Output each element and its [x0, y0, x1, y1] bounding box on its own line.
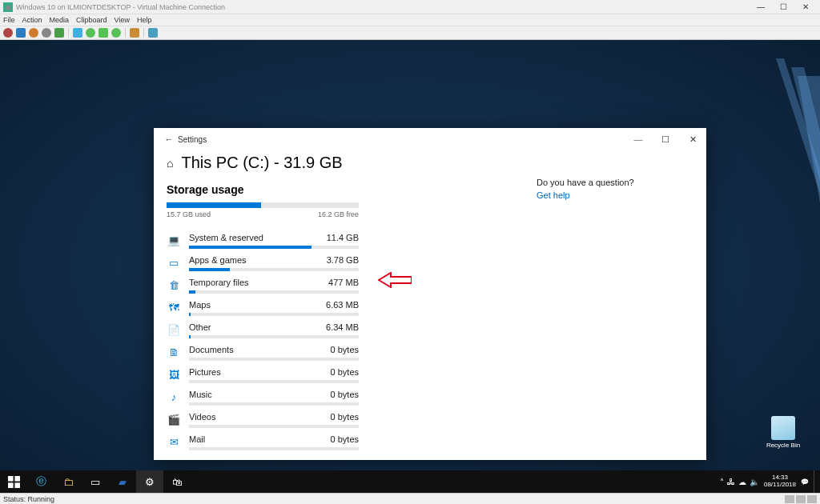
category-name: Temporary files [189, 278, 249, 287]
host-statusbar: Status: Running [0, 493, 820, 504]
home-icon[interactable]: ⌂ [167, 157, 173, 170]
category-name: Apps & games [189, 255, 247, 265]
category-icon: ✉ [167, 434, 181, 449]
file-explorer-icon[interactable]: 🗀 [54, 470, 82, 493]
storage-category-documents[interactable]: 🗎Documents0 bytes [167, 340, 359, 362]
category-name: Mail [189, 434, 205, 444]
menu-clipboard[interactable]: Clipboard [76, 16, 107, 24]
settings-taskbar-icon[interactable]: ⚙ [136, 470, 163, 493]
tb-shutdown-icon[interactable] [42, 28, 51, 38]
category-icon: 💻 [167, 233, 181, 247]
total-usage-bar [167, 202, 359, 208]
terminal-icon[interactable]: ▭ [82, 470, 109, 493]
storage-category-maps[interactable]: 🗺Maps6.63 MB [167, 295, 359, 318]
tb-caltdel-icon[interactable] [3, 28, 13, 38]
storage-category-list: 💻System & reserved11.4 GB▭Apps & games3.… [167, 228, 359, 452]
total-free-label: 16.2 GB free [318, 210, 359, 218]
storage-category-pictures[interactable]: 🖼Pictures0 bytes [167, 362, 359, 385]
category-size: 3.78 GB [327, 255, 359, 265]
tb-share-icon[interactable] [148, 28, 158, 38]
tb-save-icon[interactable] [54, 28, 64, 38]
recycle-bin-icon [771, 416, 795, 440]
svg-rect-1 [14, 476, 20, 482]
category-bar [189, 290, 359, 294]
settings-window-title: Settings [178, 135, 207, 144]
host-close-button[interactable]: ✕ [794, 2, 817, 11]
guest-desktop: Recycle Bin ← Settings — ☐ ✕ ⌂ This PC (… [0, 40, 820, 493]
settings-titlebar[interactable]: ← Settings — ☐ ✕ [154, 128, 706, 150]
storage-category-videos[interactable]: 🎬Videos0 bytes [167, 407, 359, 430]
svg-rect-3 [14, 482, 20, 488]
category-icon: ♪ [167, 390, 181, 404]
host-title: Windows 10 on ILMIONTDESKTOP - Virtual M… [16, 3, 225, 11]
storage-category-music[interactable]: ♪Music0 bytes [167, 385, 359, 407]
tray-volume-icon[interactable]: 🔈 [750, 478, 759, 486]
storage-category-system-reserved[interactable]: 💻System & reserved11.4 GB [167, 228, 359, 250]
powershell-icon[interactable]: ▰ [109, 470, 136, 493]
store-icon[interactable]: 🛍 [163, 470, 191, 493]
category-bar [189, 358, 359, 361]
total-used-label: 15.7 GB used [167, 210, 211, 218]
category-name: Maps [189, 300, 211, 310]
tray-network-icon[interactable]: 🖧 [727, 478, 735, 486]
tb-start-icon[interactable] [16, 28, 26, 38]
storage-category-temporary-files[interactable]: 🗑Temporary files477 MB [167, 273, 359, 295]
help-question: Do you have a question? [537, 178, 693, 187]
settings-maximize-button[interactable]: ☐ [652, 128, 679, 150]
settings-minimize-button[interactable]: — [625, 128, 652, 150]
tb-enhanced-icon[interactable] [130, 28, 139, 38]
start-button[interactable] [0, 470, 27, 493]
category-icon: 🎬 [167, 412, 181, 426]
system-tray[interactable]: ˄ 🖧 ☁ 🔈 14:33 08/11/2018 💬 [720, 470, 820, 493]
tb-checkpoint-icon[interactable] [98, 28, 108, 38]
svg-rect-0 [8, 476, 14, 482]
edge-icon[interactable]: ⓔ [27, 470, 54, 493]
tray-up-icon[interactable]: ˄ [720, 478, 724, 486]
get-help-link[interactable]: Get help [537, 190, 693, 200]
back-button[interactable]: ← [160, 134, 178, 144]
recycle-bin[interactable]: Recycle Bin [764, 416, 802, 449]
host-indicator-icon [785, 495, 794, 503]
category-bar [189, 268, 359, 271]
category-icon: 🗑 [167, 278, 181, 292]
tb-pause-icon[interactable] [73, 28, 82, 38]
clock-date: 08/11/2018 [764, 482, 796, 489]
category-icon: ▭ [167, 255, 181, 270]
storage-category-other[interactable]: 📄Other6.34 MB [167, 318, 359, 340]
svg-rect-2 [8, 482, 14, 488]
host-toolbar [0, 26, 820, 40]
settings-close-button[interactable]: ✕ [679, 128, 706, 150]
category-size: 0 bytes [331, 367, 359, 377]
taskbar: ⓔ 🗀 ▭ ▰ ⚙ 🛍 ˄ 🖧 ☁ 🔈 14:33 08/11/2018 💬 [0, 470, 820, 493]
host-indicator-icon [807, 495, 817, 503]
menu-file[interactable]: File [3, 16, 15, 24]
tray-onedrive-icon[interactable]: ☁ [738, 478, 746, 486]
category-icon: 📄 [167, 322, 181, 337]
menu-help[interactable]: Help [137, 16, 152, 24]
category-size: 6.63 MB [326, 300, 359, 310]
tb-reset-icon[interactable] [86, 28, 95, 38]
menu-media[interactable]: Media [50, 16, 70, 24]
help-pane: Do you have a question? Get help [530, 150, 706, 460]
tb-turnoff-icon[interactable] [29, 28, 38, 38]
taskbar-clock[interactable]: 14:33 08/11/2018 [764, 474, 796, 489]
host-menubar: File Action Media Clipboard View Help [0, 14, 820, 26]
storage-category-apps-games[interactable]: ▭Apps & games3.78 GB [167, 250, 359, 273]
storage-category-mail[interactable]: ✉Mail0 bytes [167, 430, 359, 452]
host-minimize-button[interactable]: — [750, 2, 772, 11]
category-bar [189, 402, 359, 406]
settings-window: ← Settings — ☐ ✕ ⌂ This PC (C:) - 31.9 G… [154, 128, 706, 460]
category-bar [189, 313, 359, 316]
host-maximize-button[interactable]: ☐ [772, 2, 794, 11]
category-name: System & reserved [189, 233, 263, 242]
menu-action[interactable]: Action [22, 16, 42, 24]
show-desktop-button[interactable] [814, 470, 817, 493]
tb-revert-icon[interactable] [111, 28, 121, 38]
action-center-icon[interactable]: 💬 [801, 478, 809, 486]
category-size: 0 bytes [331, 434, 359, 444]
menu-view[interactable]: View [115, 16, 130, 24]
section-title: Storage usage [167, 183, 517, 196]
category-icon: 🗎 [167, 345, 181, 359]
category-name: Pictures [189, 367, 221, 377]
category-size: 6.34 MB [326, 322, 359, 332]
